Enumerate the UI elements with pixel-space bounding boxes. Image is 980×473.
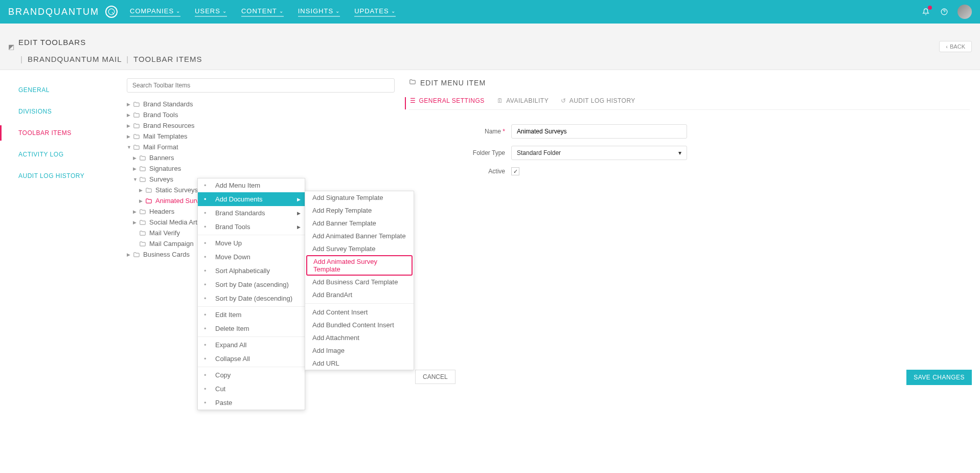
tree-label: Brand Standards	[143, 100, 193, 108]
submenu-item[interactable]: Add Animated Banner Template	[305, 230, 414, 242]
context-menu-item[interactable]: •Move Up	[198, 236, 305, 250]
panel-title: EDIT MENU ITEM	[409, 78, 970, 87]
folder-icon	[139, 240, 146, 247]
folder-icon	[139, 154, 146, 162]
chevron-down-icon: ⌄	[176, 8, 180, 14]
up-icon: •	[204, 239, 211, 247]
tree-label: Mail Verify	[149, 229, 180, 237]
topnav-right	[921, 5, 972, 19]
chevron-down-icon: ⌄	[279, 8, 284, 14]
tab-general-settings[interactable]: ☰GENERAL SETTINGS	[405, 97, 485, 109]
folder-icon	[409, 78, 416, 87]
name-input[interactable]	[511, 124, 687, 139]
chevron-right-icon: ▶	[297, 224, 301, 230]
caret-icon: ▶	[133, 166, 139, 171]
brand-logo	[105, 6, 118, 18]
sidebar-divisions[interactable]: DIVISIONS	[0, 104, 123, 119]
tree-item[interactable]: ▶Banners	[127, 152, 395, 163]
context-menu-item[interactable]: •Move Down	[198, 250, 305, 264]
folder-icon	[145, 187, 152, 194]
context-menu-item[interactable]: •Sort Alphabetically	[198, 264, 305, 268]
help-icon[interactable]	[939, 7, 949, 17]
main: GENERAL DIVISIONS TOOLBAR ITEMS ACTIVITY…	[0, 70, 980, 268]
active-checkbox[interactable]: ✓	[511, 167, 519, 175]
tree-item[interactable]: ▼Mail Format	[127, 142, 395, 152]
nav-updates[interactable]: UPDATES⌄	[354, 7, 395, 17]
nav-users[interactable]: USERS⌄	[195, 7, 227, 17]
sidebar-toolbar-items[interactable]: TOOLBAR ITEMS	[0, 125, 123, 141]
tree-label: Headers	[149, 208, 174, 215]
tree-label: Mail Campaign	[149, 240, 194, 247]
folder-icon	[133, 101, 140, 108]
tree-label: Business Cards	[143, 251, 190, 258]
tree-item[interactable]: ▶Brand Standards	[127, 99, 395, 109]
caret-icon: ▼	[133, 177, 139, 182]
caret-icon: ▶	[139, 188, 145, 193]
folder-type-label: Folder Type	[409, 149, 511, 156]
active-label: Active	[409, 168, 511, 175]
folder-icon	[133, 144, 140, 151]
list-icon: •	[204, 209, 211, 217]
context-menu-item[interactable]: •Brand Standards▶	[198, 206, 305, 220]
submenu-item[interactable]: Add Survey Template	[305, 242, 414, 255]
nav-items: COMPANIES⌄ USERS⌄ CONTENT⌄ INSIGHTS⌄ UPD…	[130, 7, 396, 17]
submenu-item[interactable]: Add Animated Survey Template	[306, 255, 413, 268]
search-input[interactable]	[127, 78, 395, 93]
toolbar-icon: ◩	[8, 43, 14, 51]
caret-icon: ▼	[127, 145, 133, 150]
submenu: Add Signature TemplateAdd Reply Template…	[305, 191, 414, 268]
nav-companies[interactable]: COMPANIES⌄	[130, 7, 180, 17]
tree-item[interactable]: ▶Brand Tools	[127, 109, 395, 120]
folder-type-select[interactable]: Standard Folder▾	[511, 146, 687, 160]
history-icon: ↺	[561, 97, 566, 104]
context-menu: •Add Menu Item•Add Documents▶•Brand Stan…	[197, 178, 305, 268]
doc-icon: •	[204, 195, 211, 203]
tab-audit-log[interactable]: ↺AUDIT LOG HISTORY	[561, 97, 635, 109]
tree-label: Signatures	[149, 165, 181, 172]
notifications-icon[interactable]	[921, 7, 931, 17]
form-row-name: Name *	[409, 124, 970, 139]
tree-label: Mail Templates	[143, 132, 187, 140]
submenu-item[interactable]: Add Banner Template	[305, 217, 414, 230]
tree-item[interactable]: ▶Mail Templates	[127, 131, 395, 142]
menu-icon: •	[204, 182, 211, 189]
tabs: ☰GENERAL SETTINGS 🗓AVAILABILITY ↺AUDIT L…	[409, 97, 970, 110]
folder-icon	[139, 176, 146, 183]
context-menu-item[interactable]: •Add Documents▶	[198, 192, 305, 206]
folder-icon	[133, 111, 140, 119]
sort-icon: •	[204, 267, 211, 268]
name-label: Name *	[409, 128, 511, 135]
chevron-down-icon: ⌄	[222, 8, 227, 14]
nav-content[interactable]: CONTENT⌄	[241, 7, 284, 17]
sidebar-activity-log[interactable]: ACTIVITY LOG	[0, 147, 123, 162]
sidebar-general[interactable]: GENERAL	[0, 82, 123, 98]
chevron-right-icon: ▶	[297, 211, 301, 216]
caret-icon: ▶	[139, 198, 145, 204]
context-menu-item[interactable]: •Add Menu Item	[198, 178, 305, 192]
folder-icon	[145, 197, 152, 205]
caret-icon: ▶	[127, 252, 133, 257]
tree-label: Surveys	[149, 175, 173, 183]
caret-icon: ▶	[127, 102, 133, 107]
avatar[interactable]	[958, 5, 972, 19]
chevron-right-icon: ▶	[297, 197, 301, 202]
caret-icon: ▶	[127, 112, 133, 118]
tree-label: Banners	[149, 154, 174, 162]
chevron-left-icon: ‹	[946, 43, 948, 50]
folder-icon	[139, 230, 146, 237]
breadcrumb: EDIT TOOLBARS | BRANDQUANTUM MAIL | TOOL…	[18, 30, 202, 63]
tree-item[interactable]: ▶Signatures	[127, 163, 395, 174]
nav-insights[interactable]: INSIGHTS⌄	[298, 7, 340, 17]
caret-icon: ▶	[133, 209, 139, 214]
context-menu-item[interactable]: •Brand Tools▶	[198, 220, 305, 234]
brand-name: BRANDQUANTUM	[8, 7, 99, 17]
submenu-item[interactable]: Add Reply Template	[305, 204, 414, 217]
submenu-item[interactable]: Add Signature Template	[305, 191, 414, 204]
back-button[interactable]: ‹BACK	[939, 41, 972, 52]
form-row-folder: Folder Type Standard Folder▾	[409, 146, 970, 160]
tab-availability[interactable]: 🗓AVAILABILITY	[497, 97, 549, 109]
folder-icon	[133, 133, 140, 140]
sidebar-audit-log[interactable]: AUDIT LOG HISTORY	[0, 168, 123, 184]
form-row-active: Active ✓	[409, 167, 970, 175]
tree-item[interactable]: ▶Brand Resources	[127, 120, 395, 131]
